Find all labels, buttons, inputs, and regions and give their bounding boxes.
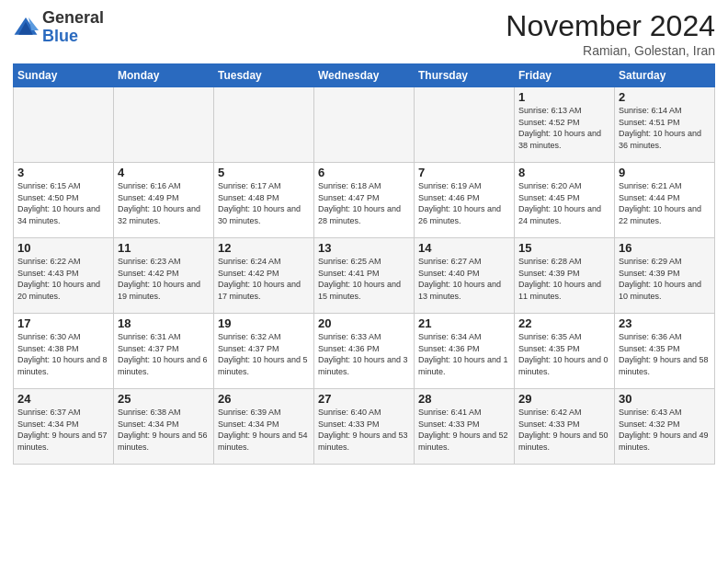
day-info: Sunrise: 6:25 AM Sunset: 4:41 PM Dayligh… xyxy=(318,256,410,302)
calendar-cell: 25 Sunrise: 6:38 AM Sunset: 4:34 PM Dayl… xyxy=(114,389,214,465)
day-info: Sunrise: 6:32 AM Sunset: 4:37 PM Dayligh… xyxy=(218,331,310,377)
day-number: 27 xyxy=(318,392,410,406)
calendar-cell: 9 Sunrise: 6:21 AM Sunset: 4:44 PM Dayli… xyxy=(615,163,715,238)
calendar-cell: 27 Sunrise: 6:40 AM Sunset: 4:33 PM Dayl… xyxy=(314,389,415,465)
day-info: Sunrise: 6:30 AM Sunset: 4:38 PM Dayligh… xyxy=(17,331,109,377)
day-number: 28 xyxy=(418,392,510,406)
calendar-cell: 23 Sunrise: 6:36 AM Sunset: 4:35 PM Dayl… xyxy=(615,314,715,389)
day-number: 29 xyxy=(518,392,610,406)
calendar-cell: 3 Sunrise: 6:15 AM Sunset: 4:50 PM Dayli… xyxy=(14,163,114,238)
day-info: Sunrise: 6:13 AM Sunset: 4:52 PM Dayligh… xyxy=(518,105,610,151)
day-number: 7 xyxy=(418,166,510,179)
day-info: Sunrise: 6:31 AM Sunset: 4:37 PM Dayligh… xyxy=(118,331,210,377)
logo-icon xyxy=(13,15,39,40)
day-info: Sunrise: 6:27 AM Sunset: 4:40 PM Dayligh… xyxy=(418,256,510,302)
day-info: Sunrise: 6:22 AM Sunset: 4:43 PM Dayligh… xyxy=(17,256,109,302)
day-number: 25 xyxy=(118,392,210,406)
day-number: 11 xyxy=(118,241,210,255)
col-header-monday: Monday xyxy=(114,64,214,87)
day-number: 24 xyxy=(17,392,109,406)
col-header-sunday: Sunday xyxy=(14,64,114,87)
calendar-cell: 8 Sunrise: 6:20 AM Sunset: 4:45 PM Dayli… xyxy=(515,163,615,238)
col-header-wednesday: Wednesday xyxy=(314,64,415,87)
logo-blue-text: Blue xyxy=(42,27,78,45)
day-info: Sunrise: 6:15 AM Sunset: 4:50 PM Dayligh… xyxy=(17,180,109,226)
day-number: 14 xyxy=(418,241,510,255)
day-number: 8 xyxy=(518,166,610,179)
calendar-week-row: 3 Sunrise: 6:15 AM Sunset: 4:50 PM Dayli… xyxy=(14,163,715,238)
day-number: 15 xyxy=(518,241,610,255)
calendar-cell: 24 Sunrise: 6:37 AM Sunset: 4:34 PM Dayl… xyxy=(14,389,114,465)
col-header-saturday: Saturday xyxy=(615,64,715,87)
calendar-cell xyxy=(415,87,515,163)
calendar-cell: 21 Sunrise: 6:34 AM Sunset: 4:36 PM Dayl… xyxy=(415,314,515,389)
calendar-cell: 14 Sunrise: 6:27 AM Sunset: 4:40 PM Dayl… xyxy=(415,238,515,314)
day-number: 2 xyxy=(619,90,711,104)
calendar-cell: 2 Sunrise: 6:14 AM Sunset: 4:51 PM Dayli… xyxy=(615,87,715,163)
logo: General Blue xyxy=(13,9,104,46)
day-number: 30 xyxy=(619,392,711,406)
day-number: 21 xyxy=(418,316,510,330)
day-number: 10 xyxy=(17,241,109,255)
day-number: 19 xyxy=(218,316,310,330)
calendar-table: SundayMondayTuesdayWednesdayThursdayFrid… xyxy=(13,63,715,465)
day-info: Sunrise: 6:29 AM Sunset: 4:39 PM Dayligh… xyxy=(619,256,711,302)
day-number: 9 xyxy=(619,166,711,179)
calendar-cell: 7 Sunrise: 6:19 AM Sunset: 4:46 PM Dayli… xyxy=(415,163,515,238)
location-subtitle: Ramian, Golestan, Iran xyxy=(506,43,715,58)
day-info: Sunrise: 6:28 AM Sunset: 4:39 PM Dayligh… xyxy=(518,256,610,302)
day-info: Sunrise: 6:21 AM Sunset: 4:44 PM Dayligh… xyxy=(619,180,711,226)
calendar-cell: 15 Sunrise: 6:28 AM Sunset: 4:39 PM Dayl… xyxy=(515,238,615,314)
day-number: 20 xyxy=(318,316,410,330)
calendar-cell: 30 Sunrise: 6:43 AM Sunset: 4:32 PM Dayl… xyxy=(615,389,715,465)
col-header-thursday: Thursday xyxy=(415,64,515,87)
calendar-week-row: 1 Sunrise: 6:13 AM Sunset: 4:52 PM Dayli… xyxy=(14,87,715,163)
calendar-cell: 18 Sunrise: 6:31 AM Sunset: 4:37 PM Dayl… xyxy=(114,314,214,389)
calendar-page: General Blue November 2024 Ramian, Goles… xyxy=(0,0,728,563)
day-number: 5 xyxy=(218,166,310,179)
day-info: Sunrise: 6:35 AM Sunset: 4:35 PM Dayligh… xyxy=(518,331,610,377)
day-number: 1 xyxy=(518,90,610,104)
day-info: Sunrise: 6:39 AM Sunset: 4:34 PM Dayligh… xyxy=(218,407,310,453)
day-number: 23 xyxy=(619,316,711,330)
day-info: Sunrise: 6:24 AM Sunset: 4:42 PM Dayligh… xyxy=(218,256,310,302)
calendar-cell: 5 Sunrise: 6:17 AM Sunset: 4:48 PM Dayli… xyxy=(214,163,314,238)
calendar-cell: 6 Sunrise: 6:18 AM Sunset: 4:47 PM Dayli… xyxy=(314,163,415,238)
title-block: November 2024 Ramian, Golestan, Iran xyxy=(506,9,715,58)
col-header-friday: Friday xyxy=(515,64,615,87)
calendar-week-row: 17 Sunrise: 6:30 AM Sunset: 4:38 PM Dayl… xyxy=(14,314,715,389)
calendar-week-row: 24 Sunrise: 6:37 AM Sunset: 4:34 PM Dayl… xyxy=(14,389,715,465)
calendar-cell xyxy=(14,87,114,163)
day-number: 22 xyxy=(518,316,610,330)
page-header: General Blue November 2024 Ramian, Goles… xyxy=(13,9,715,58)
calendar-cell: 12 Sunrise: 6:24 AM Sunset: 4:42 PM Dayl… xyxy=(214,238,314,314)
logo-general-text: General xyxy=(42,8,104,27)
calendar-week-row: 10 Sunrise: 6:22 AM Sunset: 4:43 PM Dayl… xyxy=(14,238,715,314)
calendar-cell: 19 Sunrise: 6:32 AM Sunset: 4:37 PM Dayl… xyxy=(214,314,314,389)
day-info: Sunrise: 6:16 AM Sunset: 4:49 PM Dayligh… xyxy=(118,180,210,226)
day-info: Sunrise: 6:34 AM Sunset: 4:36 PM Dayligh… xyxy=(418,331,510,377)
day-info: Sunrise: 6:41 AM Sunset: 4:33 PM Dayligh… xyxy=(418,407,510,453)
day-info: Sunrise: 6:20 AM Sunset: 4:45 PM Dayligh… xyxy=(518,180,610,226)
day-info: Sunrise: 6:23 AM Sunset: 4:42 PM Dayligh… xyxy=(118,256,210,302)
calendar-cell: 22 Sunrise: 6:35 AM Sunset: 4:35 PM Dayl… xyxy=(515,314,615,389)
calendar-cell: 13 Sunrise: 6:25 AM Sunset: 4:41 PM Dayl… xyxy=(314,238,415,314)
calendar-cell: 10 Sunrise: 6:22 AM Sunset: 4:43 PM Dayl… xyxy=(14,238,114,314)
day-number: 6 xyxy=(318,166,410,179)
calendar-cell: 4 Sunrise: 6:16 AM Sunset: 4:49 PM Dayli… xyxy=(114,163,214,238)
calendar-cell: 17 Sunrise: 6:30 AM Sunset: 4:38 PM Dayl… xyxy=(14,314,114,389)
calendar-cell: 20 Sunrise: 6:33 AM Sunset: 4:36 PM Dayl… xyxy=(314,314,415,389)
day-number: 17 xyxy=(17,316,109,330)
day-info: Sunrise: 6:14 AM Sunset: 4:51 PM Dayligh… xyxy=(619,105,711,151)
day-number: 4 xyxy=(118,166,210,179)
day-info: Sunrise: 6:42 AM Sunset: 4:33 PM Dayligh… xyxy=(518,407,610,453)
month-title: November 2024 xyxy=(506,9,715,43)
calendar-cell xyxy=(214,87,314,163)
day-info: Sunrise: 6:33 AM Sunset: 4:36 PM Dayligh… xyxy=(318,331,410,377)
day-info: Sunrise: 6:36 AM Sunset: 4:35 PM Dayligh… xyxy=(619,331,711,377)
day-info: Sunrise: 6:40 AM Sunset: 4:33 PM Dayligh… xyxy=(318,407,410,453)
day-number: 16 xyxy=(619,241,711,255)
day-number: 26 xyxy=(218,392,310,406)
day-info: Sunrise: 6:18 AM Sunset: 4:47 PM Dayligh… xyxy=(318,180,410,226)
calendar-cell xyxy=(314,87,415,163)
